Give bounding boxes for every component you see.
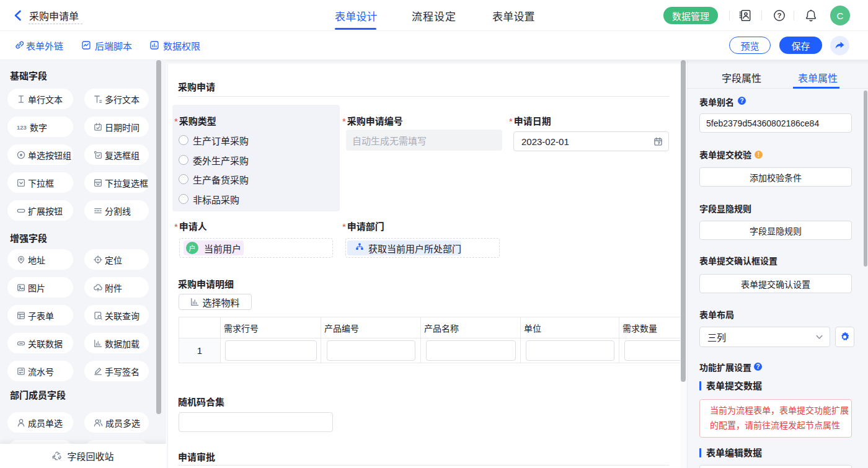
svg-text:?: ? xyxy=(777,12,781,19)
svg-text:123: 123 xyxy=(17,124,27,131)
